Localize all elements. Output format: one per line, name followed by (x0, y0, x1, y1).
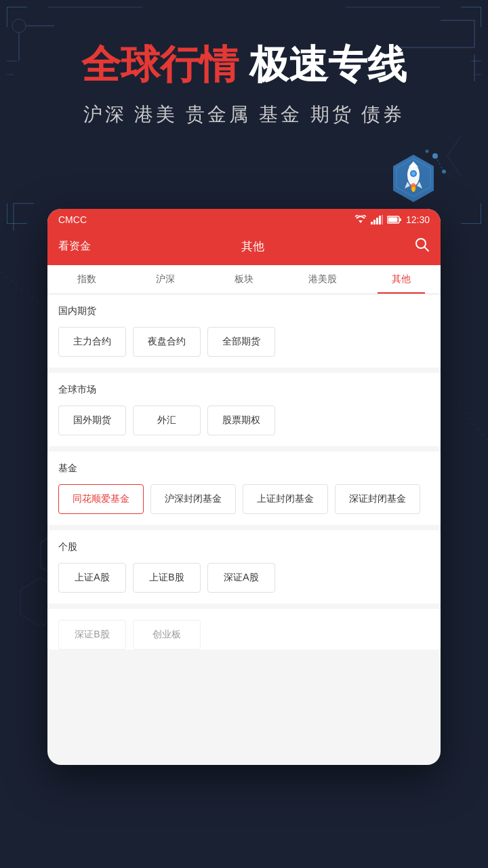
svg-line-39 (424, 247, 428, 251)
hero-section: 全球行情 极速专线 沪深 港美 贵金属 基金 期货 债券 (0, 0, 488, 148)
btn-partial-1[interactable]: 深证B股 (58, 620, 126, 650)
svg-rect-37 (388, 217, 397, 222)
btn-tonghuashun[interactable]: 同花顺爱基金 (58, 484, 144, 514)
global-market-buttons: 国外期货 外汇 股票期权 (58, 406, 430, 435)
btn-gupiaoquan[interactable]: 股票期权 (207, 406, 275, 435)
tab-gangmeiguu[interactable]: 港美股 (283, 265, 362, 294)
btn-quanbuqihuo[interactable]: 全部期货 (207, 327, 275, 357)
wifi-icon (354, 215, 367, 224)
header-title: 其他 (241, 239, 264, 254)
battery-icon (387, 216, 402, 224)
tab-bankuai[interactable]: 板块 (205, 265, 283, 294)
svg-rect-34 (382, 215, 383, 224)
carrier-label: CMCC (58, 214, 87, 225)
header-kanzigjin[interactable]: 看资金 (58, 239, 91, 254)
section-domestic-futures: 国内期货 主力合约 夜盘合约 全部期货 (47, 294, 441, 368)
section-title-global: 全球市场 (58, 384, 430, 396)
section-individual-stocks: 个股 上证A股 上证B股 深证A股 (47, 530, 441, 604)
tab-zhishu[interactable]: 指数 (47, 265, 126, 294)
tab-qita[interactable]: 其他 (362, 265, 441, 294)
hero-title: 全球行情 极速专线 (41, 41, 447, 88)
hero-subtitle: 沪深 港美 贵金属 基金 期货 债券 (41, 102, 447, 127)
svg-rect-31 (373, 220, 375, 224)
svg-point-24 (411, 172, 415, 176)
btn-zhuli[interactable]: 主力合约 (58, 327, 126, 357)
status-bar: CMCC 12:30 (47, 209, 441, 231)
search-icon[interactable] (415, 237, 430, 256)
section-bottom-partial: 深证B股 创业板 (47, 609, 441, 650)
phone-mockup: CMCC 12:30 (47, 209, 441, 765)
svg-rect-32 (376, 218, 378, 224)
section-title-domestic: 国内期货 (58, 305, 430, 317)
svg-rect-36 (399, 218, 401, 221)
app-header: 看资金 其他 (47, 231, 441, 265)
svg-rect-33 (379, 216, 381, 224)
btn-shangzhengA[interactable]: 上证A股 (58, 563, 126, 593)
svg-rect-30 (371, 222, 373, 224)
btn-shenzhengA[interactable]: 深证A股 (207, 563, 275, 593)
status-icons: 12:30 (354, 214, 430, 225)
btn-shangzhengfengbi[interactable]: 上证封闭基金 (243, 484, 328, 514)
signal-icon (371, 215, 383, 224)
btn-yepan[interactable]: 夜盘合约 (133, 327, 201, 357)
content-area: 国内期货 主力合约 夜盘合约 全部期货 全球市场 国外期货 外汇 股票期权 基金… (47, 294, 441, 650)
section-funds: 基金 同花顺爱基金 沪深封闭基金 上证封闭基金 深证封闭基金 (47, 452, 441, 525)
section-title-stocks: 个股 (58, 541, 430, 553)
section-global-market: 全球市场 国外期货 外汇 股票期权 (47, 373, 441, 446)
tab-hushen[interactable]: 沪深 (126, 265, 205, 294)
btn-partial-2[interactable]: 创业板 (133, 620, 201, 650)
section-title-funds: 基金 (58, 462, 430, 475)
btn-shenzhengfengbi[interactable]: 深证封闭基金 (335, 484, 420, 514)
time-label: 12:30 (406, 214, 430, 225)
svg-line-8 (461, 407, 488, 441)
domestic-futures-buttons: 主力合约 夜盘合约 全部期货 (58, 327, 430, 357)
svg-point-17 (426, 149, 429, 153)
tab-bar: 指数 沪深 板块 港美股 其他 (47, 265, 441, 294)
svg-marker-29 (359, 220, 363, 223)
btn-hushenbibi[interactable]: 沪深封闭基金 (150, 484, 236, 514)
svg-point-28 (412, 186, 415, 192)
stocks-buttons: 上证A股 上证B股 深证A股 (58, 563, 430, 593)
btn-guowaiqihuo[interactable]: 国外期货 (58, 406, 126, 435)
btn-waihui[interactable]: 外汇 (133, 406, 201, 435)
btn-shangzhengB[interactable]: 上证B股 (133, 563, 201, 593)
funds-buttons: 同花顺爱基金 沪深封闭基金 上证封闭基金 深证封闭基金 (58, 484, 430, 514)
